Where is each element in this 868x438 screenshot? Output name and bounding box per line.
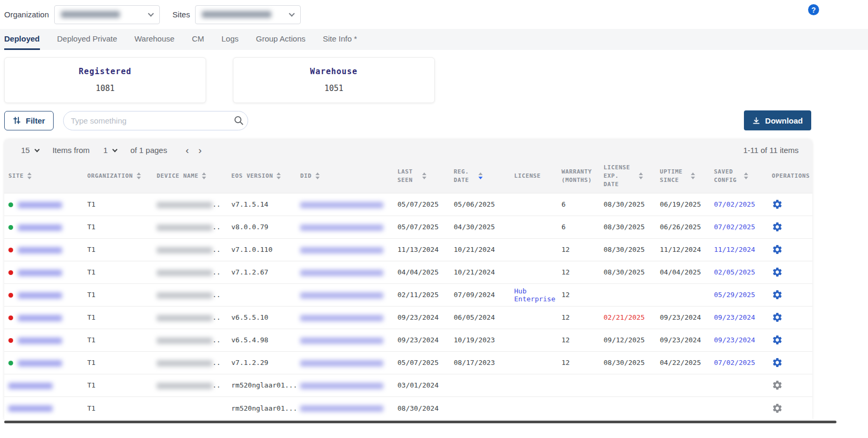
did-link-redacted[interactable]: [300, 383, 383, 389]
tab-warehouse[interactable]: Warehouse: [135, 29, 175, 50]
tab-site-info[interactable]: Site Info *: [323, 29, 357, 50]
did-link-redacted[interactable]: [300, 360, 383, 366]
operations-gear-icon[interactable]: [772, 221, 783, 232]
tab-cm[interactable]: CM: [192, 29, 204, 50]
license-link[interactable]: [510, 306, 557, 329]
license-link[interactable]: [510, 261, 557, 283]
horizontal-scrollbar[interactable]: [4, 421, 836, 423]
saved-config-link[interactable]: 07/02/2025: [710, 351, 768, 374]
column-header-last-seen[interactable]: LAST SEEN: [393, 160, 450, 193]
tab-group-actions[interactable]: Group Actions: [256, 29, 305, 50]
organization-select[interactable]: [54, 5, 160, 24]
saved-config-link[interactable]: 02/05/2025: [710, 261, 768, 283]
prev-page-button[interactable]: ‹: [181, 145, 193, 155]
site-link-redacted[interactable]: [18, 360, 62, 366]
license-link[interactable]: [510, 216, 557, 238]
warranty-cell: 6: [557, 193, 599, 216]
table-row: T1 .. v6.5.4.98 09/23/2024 10/19/2023 12…: [4, 329, 812, 351]
device-name-redacted: [157, 270, 212, 276]
did-link-redacted[interactable]: [300, 202, 383, 208]
column-header-organization[interactable]: ORGANIZATION: [83, 160, 152, 193]
operations-gear-icon[interactable]: [772, 267, 783, 278]
saved-config-link[interactable]: 07/02/2025: [710, 216, 768, 238]
operations-gear-icon[interactable]: [772, 312, 783, 323]
license-link[interactable]: [510, 329, 557, 351]
search-box: [63, 111, 248, 130]
site-link-redacted[interactable]: [18, 247, 62, 253]
saved-config-link[interactable]: 05/29/2025: [710, 283, 768, 306]
license-link[interactable]: [510, 374, 557, 396]
column-header-license-exp-date[interactable]: LICENSE EXP. DATE: [599, 160, 656, 193]
sort-arrows-icon[interactable]: [202, 172, 206, 179]
sort-arrows-icon[interactable]: [691, 172, 695, 179]
saved-config-link[interactable]: [710, 374, 768, 396]
license-link[interactable]: [510, 351, 557, 374]
did-link-redacted[interactable]: [300, 338, 383, 344]
license-exp-date-cell: 08/30/2025: [604, 268, 645, 276]
sort-arrows-icon[interactable]: [422, 172, 426, 179]
did-link-redacted[interactable]: [300, 315, 383, 321]
did-link-redacted[interactable]: [300, 247, 383, 253]
license-link[interactable]: [510, 238, 557, 261]
operations-gear-icon[interactable]: [772, 289, 783, 300]
site-link-redacted[interactable]: [18, 292, 62, 299]
saved-config-link[interactable]: 07/02/2025: [710, 193, 768, 216]
sort-arrows-icon[interactable]: [744, 172, 748, 179]
saved-config-link[interactable]: 09/23/2024: [710, 329, 768, 351]
site-link-redacted[interactable]: [8, 383, 53, 389]
site-link-redacted[interactable]: [18, 225, 62, 231]
organization-cell: T1: [83, 396, 152, 419]
saved-config-link[interactable]: [710, 396, 768, 419]
operations-gear-icon[interactable]: [772, 357, 783, 368]
sort-arrows-icon[interactable]: [315, 172, 320, 179]
site-link-redacted[interactable]: [18, 202, 62, 208]
help-icon[interactable]: ?: [808, 4, 819, 15]
column-header-device-name[interactable]: DEVICE NAME: [152, 160, 227, 193]
column-header-uptime-since[interactable]: UPTIME SINCE: [656, 160, 710, 193]
did-link-redacted[interactable]: [300, 292, 383, 299]
operations-gear-icon[interactable]: [772, 380, 783, 391]
search-input[interactable]: [71, 116, 233, 125]
sort-arrows-icon[interactable]: [277, 172, 281, 179]
did-link-redacted[interactable]: [300, 225, 383, 231]
did-link-redacted[interactable]: [300, 270, 383, 276]
column-header-did[interactable]: DID: [296, 160, 393, 193]
filter-button[interactable]: Filter: [4, 111, 54, 130]
search-icon[interactable]: [233, 115, 244, 126]
sort-arrows-icon-active-desc[interactable]: [478, 172, 483, 179]
column-header-eos-version[interactable]: EOS VERSION: [227, 160, 296, 193]
site-link-redacted[interactable]: [18, 338, 62, 344]
operations-gear-icon[interactable]: [772, 199, 783, 210]
tab-deployed-private[interactable]: Deployed Private: [57, 29, 117, 50]
license-link[interactable]: Hub Enterprise: [510, 283, 557, 306]
column-header-site[interactable]: SITE: [4, 160, 83, 193]
site-link-redacted[interactable]: [18, 270, 62, 276]
next-page-button[interactable]: ›: [193, 145, 206, 155]
license-link[interactable]: [510, 193, 557, 216]
sort-arrows-icon[interactable]: [137, 172, 141, 179]
tab-deployed[interactable]: Deployed: [4, 29, 40, 50]
of-pages-label: of 1 pages: [130, 146, 167, 155]
license-exp-date-cell: 08/30/2025: [604, 359, 645, 366]
tab-logs[interactable]: Logs: [221, 29, 239, 50]
uptime-since-cell: [656, 374, 710, 396]
site-link-redacted[interactable]: [18, 315, 62, 321]
sites-select[interactable]: [195, 5, 301, 24]
saved-config-link[interactable]: 09/23/2024: [710, 306, 768, 329]
column-header-saved-config[interactable]: SAVED CONFIG: [710, 160, 768, 193]
eos-version-cell: rm520nglaar01...: [227, 396, 296, 419]
page-size-select[interactable]: 15: [21, 146, 39, 155]
operations-gear-icon[interactable]: [772, 244, 783, 255]
download-button[interactable]: Download: [744, 110, 811, 130]
column-header-reg-date[interactable]: REG. DATE: [450, 160, 510, 193]
site-link-redacted[interactable]: [8, 405, 53, 412]
sort-arrows-icon[interactable]: [27, 172, 32, 179]
did-link-redacted[interactable]: [300, 405, 383, 412]
operations-gear-icon[interactable]: [772, 334, 783, 345]
device-status-dot: [8, 248, 13, 252]
sort-arrows-icon[interactable]: [639, 172, 643, 179]
operations-gear-icon[interactable]: [772, 403, 783, 414]
page-number-select[interactable]: 1: [104, 146, 117, 155]
saved-config-link[interactable]: 11/12/2024: [710, 238, 768, 261]
license-link[interactable]: [510, 396, 557, 419]
